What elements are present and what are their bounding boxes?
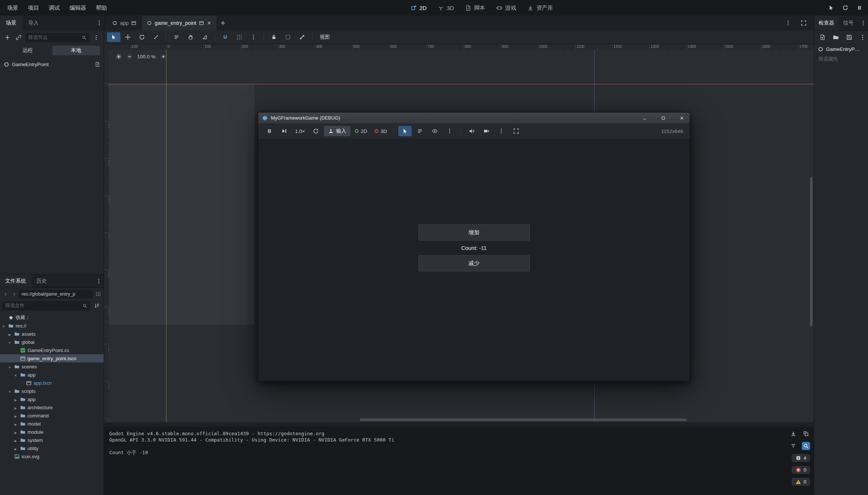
scene-tree-options-button[interactable] — [92, 33, 101, 42]
increase-button[interactable]: 增加 — [418, 224, 530, 241]
filesystem-item[interactable]: scenes — [0, 362, 104, 371]
menu-item[interactable]: 场景 — [2, 0, 23, 16]
expand-arrow-icon[interactable] — [7, 339, 12, 345]
input-mode-toggle[interactable]: 输入 — [324, 126, 350, 136]
move-tool-button[interactable] — [121, 32, 135, 42]
expand-arrow-icon[interactable] — [13, 372, 18, 378]
inspected-node[interactable]: GameEntryPoint — [814, 43, 868, 53]
filesystem-item[interactable]: 收藏： — [0, 313, 104, 322]
dock-options-button[interactable] — [94, 18, 104, 28]
filesystem-options-button[interactable] — [94, 276, 104, 286]
expand-arrow-icon[interactable] — [13, 405, 18, 410]
remote-button[interactable]: 远程 — [4, 46, 52, 55]
scene-tree-root-node[interactable]: GameEntryPoint — [0, 59, 104, 69]
expand-arrow-icon[interactable] — [7, 388, 12, 394]
expand-arrow-icon[interactable] — [13, 421, 18, 427]
selection-options-button[interactable] — [443, 126, 456, 136]
scene-tab[interactable]: app — [107, 16, 141, 30]
tab-list-button[interactable] — [783, 18, 793, 28]
snap-options-button[interactable] — [247, 32, 260, 42]
add-node-button[interactable] — [3, 33, 12, 42]
inspector-options-button[interactable] — [858, 33, 867, 42]
workspace-button[interactable]: 2D — [406, 2, 431, 13]
smart-snap-button[interactable] — [218, 32, 232, 42]
split-view-button[interactable] — [95, 290, 101, 298]
tab-inspector[interactable]: 检查器 — [814, 16, 839, 30]
attached-script-icon[interactable] — [94, 62, 100, 67]
decrease-button[interactable]: 减少 — [418, 255, 530, 271]
reload-button[interactable] — [841, 3, 850, 13]
warning-count-badge[interactable]: 0 — [792, 478, 810, 486]
lock-object-button[interactable] — [267, 32, 281, 42]
filesystem-item[interactable]: icon.svg — [0, 452, 104, 460]
toggle-visibility-button[interactable] — [428, 126, 441, 136]
zoom-in-icon[interactable] — [160, 53, 166, 60]
filesystem-path[interactable]: res://global/game_entry_p — [19, 290, 93, 299]
filesystem-item[interactable]: app — [0, 371, 104, 379]
filter-files-input[interactable]: 筛选文件 — [2, 301, 90, 310]
inspector-dock-options-button[interactable] — [858, 18, 868, 28]
window-maximize-button[interactable] — [655, 113, 671, 123]
menu-item[interactable]: 调试 — [44, 0, 65, 16]
error-count-badge[interactable]: 0 — [792, 466, 810, 474]
expand-arrow-icon[interactable] — [13, 413, 18, 419]
game-speed[interactable]: 1.0× — [292, 128, 308, 134]
add-scene-tab-button[interactable] — [217, 16, 229, 30]
instance-scene-button[interactable] — [14, 33, 23, 42]
select-tool-button[interactable] — [107, 32, 120, 42]
expand-arrow-icon[interactable] — [1, 323, 6, 329]
mute-audio-button[interactable] — [465, 126, 478, 136]
copy-output-button[interactable] — [802, 430, 810, 438]
list-select-tool-button[interactable] — [170, 32, 183, 42]
mouse-pick-button[interactable] — [826, 3, 836, 13]
filesystem-item[interactable]: assets — [0, 330, 104, 338]
nav-back-button[interactable] — [2, 290, 9, 298]
filesystem-item[interactable]: game_entry_point.tscn — [0, 354, 104, 362]
close-tab-icon[interactable] — [207, 20, 212, 26]
tab-import-dock[interactable]: 导入 — [22, 16, 45, 30]
expand-arrow-icon[interactable] — [7, 364, 12, 369]
pause-button[interactable] — [855, 3, 864, 13]
mode-2d-toggle[interactable]: 2D — [352, 128, 370, 134]
bottom-panel-splitter[interactable] — [104, 422, 814, 427]
filesystem-item[interactable]: utility — [0, 444, 104, 452]
filesystem-item[interactable]: model — [0, 420, 104, 428]
filesystem-item[interactable]: global — [0, 338, 104, 346]
filesystem-item[interactable]: res:// — [0, 322, 104, 330]
game-window-titlebar[interactable]: MyGFrameworkGame (DEBUG) — [258, 113, 690, 123]
select-list-button[interactable] — [413, 126, 427, 136]
filter-properties-input[interactable]: 筛选属性 — [814, 53, 868, 65]
menu-item[interactable]: 编辑器 — [65, 0, 91, 16]
filesystem-item[interactable]: system — [0, 436, 104, 444]
scale-tool-button[interactable] — [149, 32, 163, 42]
expand-arrow-icon[interactable] — [13, 397, 18, 402]
camera-override-button[interactable] — [480, 126, 493, 136]
filter-nodes-input[interactable]: 筛选节点 — [25, 33, 90, 42]
filesystem-item[interactable]: app.tscn — [0, 379, 104, 387]
zoom-level[interactable]: 100.0 % — [137, 54, 156, 59]
expand-arrow-icon[interactable] — [13, 446, 18, 451]
distraction-free-button[interactable] — [799, 18, 809, 28]
menu-item[interactable]: 帮助 — [91, 0, 112, 16]
workspace-button[interactable]: 游戏 — [491, 2, 521, 13]
suspend-game-button[interactable] — [263, 126, 276, 136]
workspace-button[interactable]: 资产库 — [522, 2, 558, 13]
window-close-button[interactable] — [674, 113, 690, 123]
pan-tool-button[interactable] — [184, 32, 197, 42]
filesystem-item[interactable]: command — [0, 411, 104, 420]
zoom-out-icon[interactable] — [126, 53, 133, 60]
restart-game-button[interactable] — [309, 126, 323, 136]
embed-fullscreen-button[interactable] — [509, 126, 523, 136]
expand-arrow-icon[interactable] — [7, 331, 12, 337]
save-resource-button[interactable] — [845, 33, 854, 42]
pick-node-button[interactable] — [398, 126, 412, 136]
filesystem-item[interactable]: app — [0, 395, 104, 403]
scene-tab[interactable]: game_entry_point — [142, 16, 217, 30]
skeleton-options-button[interactable] — [295, 32, 309, 42]
filesystem-item[interactable]: module — [0, 428, 104, 436]
next-frame-button[interactable] — [278, 126, 291, 136]
expand-arrow-icon[interactable] — [13, 437, 18, 443]
filesystem-item[interactable]: scripts — [0, 387, 104, 395]
message-count-badge[interactable]: 4 — [792, 454, 810, 462]
mode-3d-toggle[interactable]: 3D — [372, 128, 390, 134]
